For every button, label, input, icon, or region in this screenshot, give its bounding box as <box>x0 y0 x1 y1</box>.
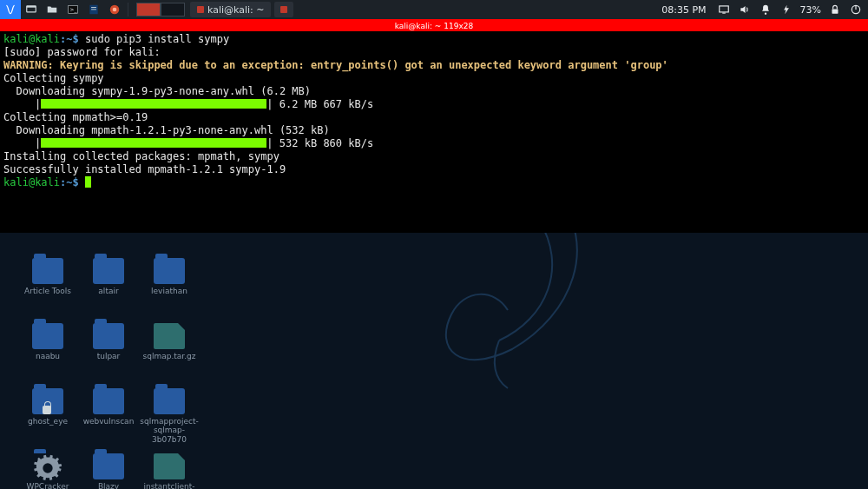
desktop-icon-label: Article Tools <box>17 287 78 295</box>
svg-rect-5 <box>91 7 96 8</box>
bar2-prefix: | <box>3 137 41 149</box>
power-tray-icon[interactable] <box>849 3 863 17</box>
app-icon <box>280 6 287 13</box>
line-installing: Installing collected packages: mpmath, s… <box>3 150 279 162</box>
progress-bar-2 <box>41 138 266 148</box>
desktop-icon-leviathan[interactable]: leviathan <box>139 258 200 295</box>
line-collect1: Collecting sympy <box>3 72 104 84</box>
battery-percentage: 73% <box>800 4 821 16</box>
desktop-icon-label: naabu <box>17 352 78 360</box>
display-tray-icon[interactable] <box>717 3 731 17</box>
line-sudo-pw: [sudo] password for kali: <box>3 46 161 58</box>
desktop-icon-sqlmap-tar-gz[interactable]: sqlmap.tar.gz <box>139 323 200 360</box>
app-icon <box>197 6 204 13</box>
svg-point-11 <box>764 13 766 15</box>
terminal-cursor <box>85 176 91 188</box>
svg-rect-1 <box>27 6 36 8</box>
terminal-tab-bar[interactable]: kali@kali: ~ 119x28 <box>0 21 868 31</box>
svg-point-8 <box>113 8 117 12</box>
svg-rect-12 <box>832 9 838 13</box>
svg-text:>_: >_ <box>70 7 77 13</box>
desktop-icon-label: instantclient-basic-linux.x64... <box>139 482 200 489</box>
progress-bar-1 <box>41 99 266 109</box>
workspace-switcher <box>136 3 185 17</box>
panel-separator <box>128 3 128 17</box>
desktop-icon-instantclient-basic-linux-x64[interactable]: instantclient-basic-linux.x64... <box>139 453 200 489</box>
taskbar-item-other[interactable] <box>274 2 293 17</box>
top-panel: >_ kali@kali: ~ 08:35 PM <box>0 0 868 19</box>
prompt-host: kali <box>35 33 60 45</box>
terminal-launcher[interactable]: >_ <box>62 0 83 19</box>
prompt-path: :~$ <box>60 33 85 45</box>
desktop-icon-wpcracker[interactable]: WPCracker <box>17 453 78 489</box>
terminal-output[interactable]: kali@kali:~$ sudo pip3 install sympy [su… <box>0 31 868 233</box>
launcher-group: >_ <box>0 0 125 19</box>
prompt-user: kali <box>3 33 29 45</box>
taskbar: kali@kali: ~ <box>190 2 293 17</box>
bar2-suffix: | 532 kB 860 kB/s <box>266 137 373 149</box>
desktop-icon-label: altair <box>78 287 139 295</box>
line-success: Successfully installed mpmath-1.2.1 symp… <box>3 163 286 175</box>
line-dl1: Downloading sympy-1.9-py3-none-any.whl (… <box>3 85 311 97</box>
desktop-icon-label: sqlmap.tar.gz <box>139 352 200 360</box>
desktop-icon-ghost-eye[interactable]: ghost_eye <box>17 388 78 426</box>
prompt2-host: kali <box>35 176 60 188</box>
lock-badge-icon <box>43 406 51 414</box>
workspace-2[interactable] <box>161 3 185 17</box>
desktop-icon-sqlmapproject-sqlmap-3b07b70[interactable]: sqlmapproject-sqlmap-3b07b70 <box>139 388 200 444</box>
notifications-tray-icon[interactable] <box>759 3 773 17</box>
desktop-icon-label: webvulnscan <box>78 417 139 426</box>
desktop-icon-naabu[interactable]: naabu <box>17 323 78 360</box>
prompt2-path: :~$ <box>60 176 85 188</box>
volume-tray-icon[interactable] <box>738 3 752 17</box>
desktop-icon-label: Blazy <box>78 482 139 489</box>
svg-rect-14 <box>855 5 856 10</box>
text-editor-launcher[interactable] <box>83 0 104 19</box>
line-collect2: Collecting mpmath>=0.19 <box>3 111 148 123</box>
workspace-1[interactable] <box>136 3 161 17</box>
clock[interactable]: 08:35 PM <box>661 4 706 16</box>
desktop-icon-label: leviathan <box>139 287 200 295</box>
desktop-icon-tulpar[interactable]: tulpar <box>78 323 139 360</box>
bar1-suffix: | 6.2 MB 667 kB/s <box>266 98 373 110</box>
file-manager-launcher[interactable] <box>42 0 62 19</box>
browser-launcher[interactable] <box>104 0 125 19</box>
show-desktop-button[interactable] <box>21 0 42 19</box>
taskbar-item-terminal[interactable]: kali@kali: ~ <box>190 2 271 17</box>
desktop-icon-label: tulpar <box>78 352 139 360</box>
desktop-icon-label: WPCracker <box>17 482 78 489</box>
desktop-icon-article-tools[interactable]: Article Tools <box>17 258 78 295</box>
desktop-icon-label: ghost_eye <box>17 417 78 426</box>
terminal-window: kali@kali: ~ – ▢ × kali@kali: ~ 119x28 k… <box>0 19 868 233</box>
apps-menu-button[interactable] <box>0 0 21 19</box>
systray: 08:35 PM 73% <box>661 3 868 17</box>
prompt2-user: kali <box>3 176 29 188</box>
entered-command: sudo pip3 install sympy <box>85 33 229 45</box>
taskbar-item-label: kali@kali: ~ <box>207 4 264 16</box>
desktop-icon-webvulnscan[interactable]: webvulnscan <box>78 388 139 426</box>
svg-rect-9 <box>719 6 728 12</box>
desktop-icon-label: sqlmapproject-sqlmap-3b07b70 <box>139 417 200 444</box>
bar1-prefix: | <box>3 98 41 110</box>
battery-tray-icon[interactable] <box>779 3 793 17</box>
lock-tray-icon[interactable] <box>828 3 842 17</box>
svg-rect-10 <box>722 13 726 14</box>
line-warning: WARNING: Keyring is skipped due to an ex… <box>3 59 668 71</box>
terminal-tab-title: kali@kali: ~ 119x28 <box>395 22 473 30</box>
desktop-icon-blazy[interactable]: Blazy <box>78 453 139 489</box>
desktop-icon-altair[interactable]: altair <box>78 258 139 295</box>
svg-rect-6 <box>91 9 96 10</box>
line-dl2: Downloading mpmath-1.2.1-py3-none-any.wh… <box>3 124 330 136</box>
